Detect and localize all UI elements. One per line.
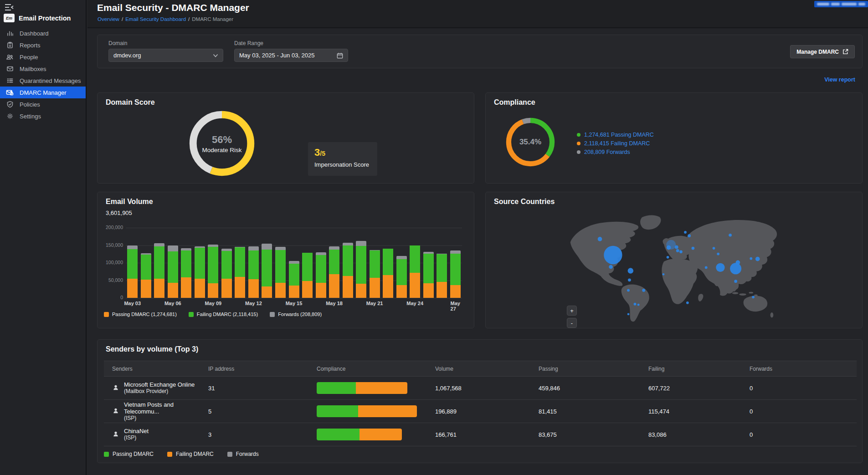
sender-passing: 459,846 [530,377,640,400]
domain-select[interactable]: dmdev.org [108,49,223,62]
compliance-legend-item[interactable]: 208,809 Forwards [577,148,654,156]
country-volume-bubble[interactable] [667,245,671,250]
app-root: Em Email Protection DashboardReportsPeop… [0,0,868,475]
date-range-input[interactable]: May 03, 2025 - Jun 03, 2025 [234,49,348,62]
bar-segment [289,286,299,298]
country-volume-bubble[interactable] [730,263,741,274]
country-volume-bubble[interactable] [637,304,640,306]
volume-bar-may-10[interactable] [221,249,232,298]
country-volume-bubble[interactable] [717,253,719,255]
country-volume-bubble[interactable] [667,256,669,259]
compliance-legend-item[interactable]: 1,274,681 Passing DMARC [577,130,654,139]
volume-bar-may-23[interactable] [396,256,407,298]
sidebar-item-policies[interactable]: Policies [0,98,86,110]
world-map[interactable] [502,209,847,323]
sidebar-item-people[interactable]: People [0,51,86,63]
sidebar-item-settings[interactable]: Settings [0,110,86,122]
legend-swatch [189,312,194,317]
country-volume-bubble[interactable] [734,280,737,283]
country-volume-bubble[interactable] [729,234,732,237]
impersonation-score-label: Impersonation Score [314,161,371,168]
volume-bar-may-21[interactable] [370,250,380,298]
volume-bar-may-09[interactable] [208,245,218,298]
volume-bar-may-19[interactable] [343,243,353,298]
senders-panel: Senders by volume (Top 3) SendersIP addr… [97,339,863,463]
volume-bar-may-06[interactable] [168,245,178,298]
country-volume-bubble[interactable] [676,249,679,252]
x-axis-tick: May 21 [366,301,383,306]
collapse-sidebar-icon[interactable] [4,3,15,12]
volume-bar-may-15[interactable] [289,261,299,298]
volume-bar-may-24[interactable] [410,245,420,298]
country-volume-bubble[interactable] [679,250,683,253]
volume-bar-may-07[interactable] [181,248,191,298]
volume-legend-item[interactable]: Forwards (208,809) [270,312,322,317]
country-volume-bubble[interactable] [736,260,740,265]
impersonation-score-denominator: /5 [320,150,325,157]
country-volume-bubble[interactable] [604,246,622,264]
country-volume-bubble[interactable] [716,263,724,272]
compliance-title: Compliance [494,98,535,107]
compliance-legend-item[interactable]: 2,118,415 Failing DMARC [577,139,654,148]
view-report-link[interactable]: View report [824,77,855,83]
country-volume-bubble[interactable] [750,257,752,260]
volume-bar-may-27[interactable] [450,250,461,298]
map-zoom-in-button[interactable]: + [567,306,577,316]
country-volume-bubble[interactable] [713,247,715,250]
country-volume-bubble[interactable] [686,301,689,304]
volume-legend-item[interactable]: Failing DMARC (2,118,415) [189,312,258,317]
volume-bar-may-13[interactable] [262,244,272,298]
table-row[interactable]: Microsoft Exchange Online(Mailbox Provid… [104,377,857,400]
account-badge-redacted[interactable] [814,1,868,7]
breadcrumb-overview[interactable]: Overview [98,16,119,22]
sidebar-item-quarantined-messages[interactable]: Quarantined Messages [0,75,86,87]
country-volume-bubble[interactable] [692,247,695,250]
volume-bar-may-16[interactable] [302,253,313,298]
volume-bar-may-25[interactable] [423,252,434,298]
volume-bar-may-11[interactable] [235,247,245,298]
volume-bar-may-22[interactable] [383,249,393,298]
sender-name: Microsoft Exchange Online [124,381,195,388]
country-volume-bubble[interactable] [628,278,631,281]
country-volume-bubble[interactable] [684,231,687,234]
table-row[interactable]: Vietnam Posts and Telecommu...(ISP)5196,… [104,400,857,423]
volume-bar-may-08[interactable] [195,246,205,298]
country-volume-bubble[interactable] [705,266,708,269]
volume-bar-may-17[interactable] [316,252,326,298]
volume-bar-may-14[interactable] [275,247,286,298]
country-volume-bubble[interactable] [663,273,665,276]
manage-dmarc-button[interactable]: Manage DMARC [790,45,855,58]
sidebar-item-mailboxes[interactable]: Mailboxes [0,63,86,75]
country-volume-bubble[interactable] [598,237,602,241]
country-volume-bubble[interactable] [675,245,678,249]
sidebar-item-dmarc-manager[interactable]: DMARC Manager [0,87,86,98]
breadcrumb-email-security-dashboard[interactable]: Email Security Dashboard [125,16,186,22]
volume-bar-may-26[interactable] [437,254,447,298]
breadcrumb-separator: / [122,16,123,22]
country-volume-bubble[interactable] [752,296,755,298]
sidebar-item-reports[interactable]: Reports [0,39,86,51]
volume-legend-item[interactable]: Passing DMARC (1,274,681) [104,312,177,317]
country-volume-bubble[interactable] [627,289,630,292]
map-zoom-out-button[interactable]: - [567,318,577,328]
volume-bar-may-12[interactable] [248,246,259,298]
bar-segment [248,246,259,250]
country-volume-bubble[interactable] [627,313,630,315]
table-row[interactable]: ChinaNet(ISP)3166,76183,67583,0860 [104,423,857,446]
bar-segment [370,278,380,298]
sidebar-item-dashboard[interactable]: Dashboard [0,27,86,39]
volume-bar-may-03[interactable] [127,245,138,298]
country-volume-bubble[interactable] [628,268,634,274]
volume-bar-may-05[interactable] [154,243,164,298]
volume-bar-may-18[interactable] [329,246,339,298]
gridline [126,228,462,228]
volume-bar-may-20[interactable] [356,241,366,298]
country-volume-bubble[interactable] [634,303,637,306]
volume-bar-may-04[interactable] [141,253,151,298]
bar-segment [450,250,461,254]
country-volume-bubble[interactable] [755,257,760,261]
date-range-value: May 03, 2025 - Jun 03, 2025 [239,52,315,59]
country-volume-bubble[interactable] [688,234,691,237]
country-volume-bubble[interactable] [642,289,645,292]
country-volume-bubble[interactable] [609,265,613,269]
